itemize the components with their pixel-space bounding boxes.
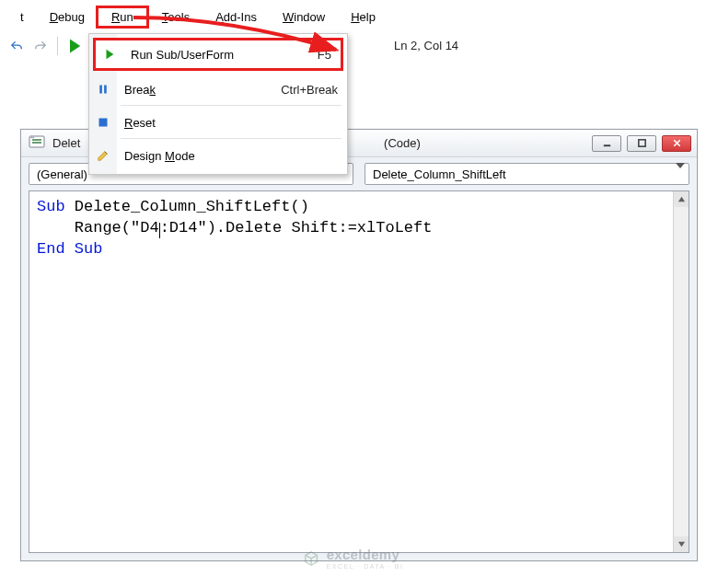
svg-rect-2 <box>99 119 108 127</box>
menu-item-label: Design Mode <box>124 149 338 163</box>
menu-addins[interactable]: Add-Ins <box>203 8 270 26</box>
window-controls <box>592 135 691 152</box>
chevron-down-icon <box>676 168 685 182</box>
svg-rect-1 <box>104 86 107 94</box>
menu-run-sub[interactable]: Run Sub/UserForm F5 <box>93 38 343 71</box>
menu-item-label: Reset <box>124 116 338 130</box>
watermark-name: exceldemy <box>327 548 404 561</box>
play-icon <box>101 46 118 63</box>
svg-point-4 <box>30 137 32 139</box>
minimize-button[interactable] <box>592 135 621 152</box>
dropdown-value: Delete_Column_ShiftLeft <box>373 167 506 181</box>
run-menu: Run Sub/UserForm F5 Break Ctrl+Break Res… <box>88 33 348 175</box>
menu-design-mode[interactable]: Design Mode <box>89 139 347 172</box>
svg-point-5 <box>32 137 34 139</box>
dropdown-value: (General) <box>37 167 87 181</box>
menubar: t Debug Run Tools Add-Ins Window Help <box>0 0 706 32</box>
undo-button[interactable] <box>7 37 26 55</box>
redo-button[interactable] <box>31 37 50 55</box>
menu-fragment[interactable]: t <box>7 8 37 26</box>
vertical-scrollbar[interactable] <box>673 191 689 552</box>
watermark-sub: EXCEL · DATA · BI <box>327 563 404 570</box>
menu-item-label: Break <box>124 83 262 97</box>
svg-rect-6 <box>603 144 609 146</box>
svg-rect-7 <box>638 140 644 146</box>
pause-icon <box>95 81 111 98</box>
scroll-down-icon[interactable] <box>674 536 689 552</box>
menu-reset[interactable]: Reset <box>89 106 347 139</box>
watermark: exceldemy EXCEL · DATA · BI <box>303 548 404 570</box>
menu-run[interactable]: Run <box>96 6 149 29</box>
stop-icon <box>95 114 111 131</box>
menu-item-shortcut: F5 <box>299 48 331 62</box>
menu-tools[interactable]: Tools <box>149 8 203 26</box>
module-icon <box>29 133 45 153</box>
design-icon <box>95 147 111 164</box>
cursor-position: Ln 2, Col 14 <box>388 39 464 52</box>
menu-break[interactable]: Break Ctrl+Break <box>89 73 347 106</box>
scroll-up-icon[interactable] <box>674 191 689 207</box>
code-text: Sub Delete_Column_ShiftLeft() Range("D4:… <box>29 191 689 266</box>
menu-item-label: Run Sub/UserForm <box>131 48 299 62</box>
code-editor[interactable]: Sub Delete_Column_ShiftLeft() Range("D4:… <box>29 190 689 553</box>
svg-rect-0 <box>99 86 102 94</box>
menu-help[interactable]: Help <box>338 8 388 26</box>
logo-icon <box>303 550 319 567</box>
run-button[interactable] <box>65 37 84 55</box>
procedure-dropdown[interactable]: Delete_Column_ShiftLeft <box>365 163 689 185</box>
toolbar-separator <box>57 37 58 55</box>
menu-item-shortcut: Ctrl+Break <box>262 83 338 97</box>
menu-window[interactable]: Window <box>270 8 338 26</box>
maximize-button[interactable] <box>627 135 656 152</box>
close-button[interactable] <box>662 135 691 152</box>
menu-debug[interactable]: Debug <box>37 8 98 26</box>
code-window: Delet hidden by menu (Code) (General) De… <box>20 129 698 561</box>
